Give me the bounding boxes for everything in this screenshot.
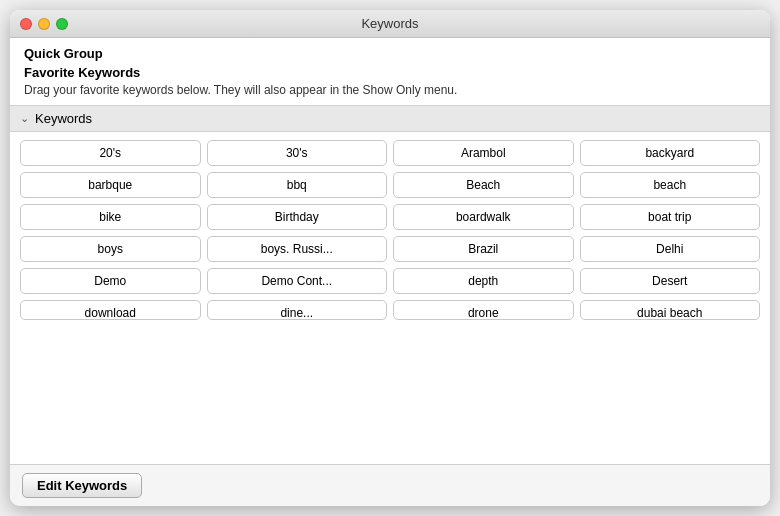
keyword-button-partial[interactable]: dine... <box>207 300 388 320</box>
keyword-button[interactable]: beach <box>580 172 761 198</box>
keyword-button[interactable]: boardwalk <box>393 204 574 230</box>
keyword-button[interactable]: bike <box>20 204 201 230</box>
keywords-section-header[interactable]: ⌄ Keywords <box>10 106 770 132</box>
window-title: Keywords <box>361 16 418 31</box>
minimize-button[interactable] <box>38 18 50 30</box>
favorite-keywords-title: Favorite Keywords <box>24 65 756 80</box>
partial-keywords-row: downloaddine...dronedubai beach <box>20 300 760 320</box>
keyword-button[interactable]: Demo Cont... <box>207 268 388 294</box>
keyword-button[interactable]: boat trip <box>580 204 761 230</box>
favorite-keywords-description: Drag your favorite keywords below. They … <box>24 82 756 99</box>
keyword-button[interactable]: Desert <box>580 268 761 294</box>
keywords-section-label: Keywords <box>35 111 92 126</box>
edit-keywords-button[interactable]: Edit Keywords <box>22 473 142 498</box>
keywords-grid: 20's30'sArambolbackyardbarbquebbqBeachbe… <box>20 140 760 294</box>
keyword-button[interactable]: Birthday <box>207 204 388 230</box>
keyword-button[interactable]: boys <box>20 236 201 262</box>
keyword-button[interactable]: Demo <box>20 268 201 294</box>
content-area: Quick Group Favorite Keywords Drag your … <box>10 38 770 464</box>
window-controls <box>20 18 68 30</box>
keyword-button-partial[interactable]: dubai beach <box>580 300 761 320</box>
quick-group-title: Quick Group <box>24 46 756 61</box>
keywords-grid-container: 20's30'sArambolbackyardbarbquebbqBeachbe… <box>10 132 770 464</box>
chevron-down-icon: ⌄ <box>20 112 29 125</box>
keyword-button[interactable]: 30's <box>207 140 388 166</box>
quick-group-section: Quick Group Favorite Keywords Drag your … <box>10 38 770 106</box>
keyword-button[interactable]: backyard <box>580 140 761 166</box>
keyword-button[interactable]: Beach <box>393 172 574 198</box>
keyword-button[interactable]: bbq <box>207 172 388 198</box>
keyword-button[interactable]: Arambol <box>393 140 574 166</box>
maximize-button[interactable] <box>56 18 68 30</box>
keyword-button[interactable]: Brazil <box>393 236 574 262</box>
footer: Edit Keywords <box>10 464 770 506</box>
keyword-button[interactable]: boys. Russi... <box>207 236 388 262</box>
keyword-button-partial[interactable]: drone <box>393 300 574 320</box>
title-bar: Keywords <box>10 10 770 38</box>
main-window: Keywords Quick Group Favorite Keywords D… <box>10 10 770 506</box>
close-button[interactable] <box>20 18 32 30</box>
keyword-button[interactable]: Delhi <box>580 236 761 262</box>
keyword-button-partial[interactable]: download <box>20 300 201 320</box>
keyword-button[interactable]: depth <box>393 268 574 294</box>
keyword-button[interactable]: 20's <box>20 140 201 166</box>
keyword-button[interactable]: barbque <box>20 172 201 198</box>
